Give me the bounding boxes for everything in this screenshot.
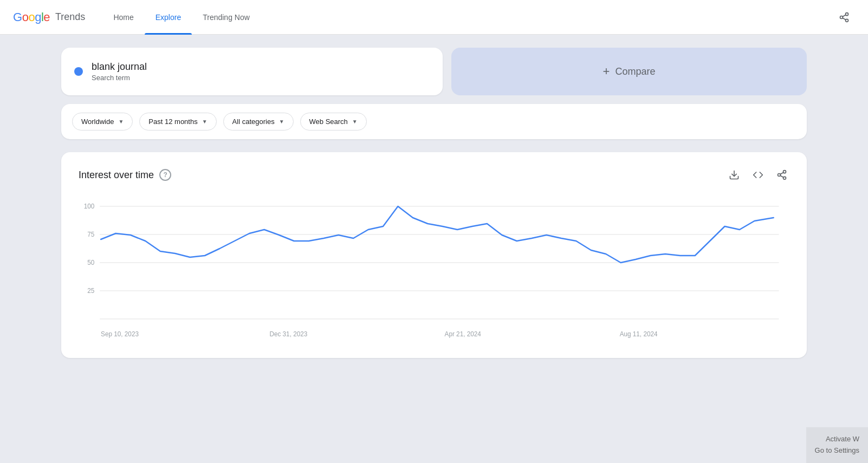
activate-line1: Activate W <box>815 434 859 445</box>
activate-windows-watermark: Activate W Go to Settings <box>806 427 868 463</box>
chart-title: Interest over time <box>79 169 154 181</box>
compare-box[interactable]: + Compare <box>451 48 807 95</box>
svg-text:Dec 31, 2023: Dec 31, 2023 <box>269 330 307 338</box>
main-nav: Home Explore Trending Now <box>102 0 833 35</box>
svg-text:100: 100 <box>84 203 95 210</box>
svg-line-3 <box>843 18 846 19</box>
svg-line-4 <box>843 15 846 16</box>
search-box: blank journal Search term <box>61 48 443 95</box>
chevron-down-icon: ▼ <box>352 119 358 125</box>
nav-explore[interactable]: Explore <box>145 0 192 35</box>
filter-search-type[interactable]: Web Search ▼ <box>300 113 367 131</box>
help-icon[interactable]: ? <box>159 169 171 181</box>
svg-text:Sep 10, 2023: Sep 10, 2023 <box>101 330 139 338</box>
svg-text:Apr 21, 2024: Apr 21, 2024 <box>445 330 482 338</box>
chevron-down-icon: ▼ <box>202 119 208 125</box>
search-term-type: Search term <box>92 74 147 82</box>
search-term-name: blank journal <box>92 61 147 73</box>
chart-container: 100 75 50 25 Sep 10, 2023 Dec 31, 2023 A… <box>79 195 789 347</box>
filter-time[interactable]: Past 12 months ▼ <box>139 113 216 131</box>
svg-line-9 <box>780 175 783 177</box>
trends-logo-text: Trends <box>55 11 85 23</box>
google-logo: Google <box>13 10 50 24</box>
header: Google Trends Home Explore Trending Now <box>0 0 868 35</box>
svg-line-10 <box>780 172 783 174</box>
main-content: blank journal Search term + Compare Worl… <box>44 35 824 371</box>
chart-header: Interest over time ? <box>79 167 789 182</box>
svg-text:50: 50 <box>87 259 94 266</box>
chart-svg: 100 75 50 25 Sep 10, 2023 Dec 31, 2023 A… <box>79 195 789 347</box>
search-term-dot <box>74 67 83 76</box>
compare-label: Compare <box>615 66 655 77</box>
chevron-down-icon: ▼ <box>118 119 124 125</box>
share-button[interactable] <box>774 167 789 182</box>
svg-text:Aug 11, 2024: Aug 11, 2024 <box>620 330 658 338</box>
nav-home[interactable]: Home <box>102 0 144 35</box>
search-term-info: blank journal Search term <box>92 61 147 82</box>
compare-plus-icon: + <box>603 64 610 79</box>
search-area: blank journal Search term + Compare <box>61 48 807 95</box>
filter-region-label: Worldwide <box>81 118 114 126</box>
chart-title-row: Interest over time ? <box>79 169 171 181</box>
svg-text:25: 25 <box>87 287 94 295</box>
chart-actions <box>727 167 789 182</box>
header-actions <box>833 6 855 28</box>
svg-text:75: 75 <box>87 231 94 238</box>
filter-region[interactable]: Worldwide ▼ <box>72 113 133 131</box>
chevron-down-icon: ▼ <box>279 119 284 125</box>
filter-category-label: All categories <box>232 118 275 126</box>
chart-card: Interest over time ? <box>61 152 807 358</box>
filter-bar: Worldwide ▼ Past 12 months ▼ All categor… <box>61 104 807 139</box>
nav-trending[interactable]: Trending Now <box>192 0 261 35</box>
download-button[interactable] <box>727 167 742 182</box>
embed-button[interactable] <box>750 167 766 182</box>
filter-category[interactable]: All categories ▼ <box>223 113 294 131</box>
filter-search-type-label: Web Search <box>309 118 348 126</box>
logo: Google Trends <box>13 10 85 24</box>
header-share-button[interactable] <box>833 6 855 28</box>
filter-time-label: Past 12 months <box>148 118 197 126</box>
activate-line2: Go to Settings <box>815 445 859 457</box>
